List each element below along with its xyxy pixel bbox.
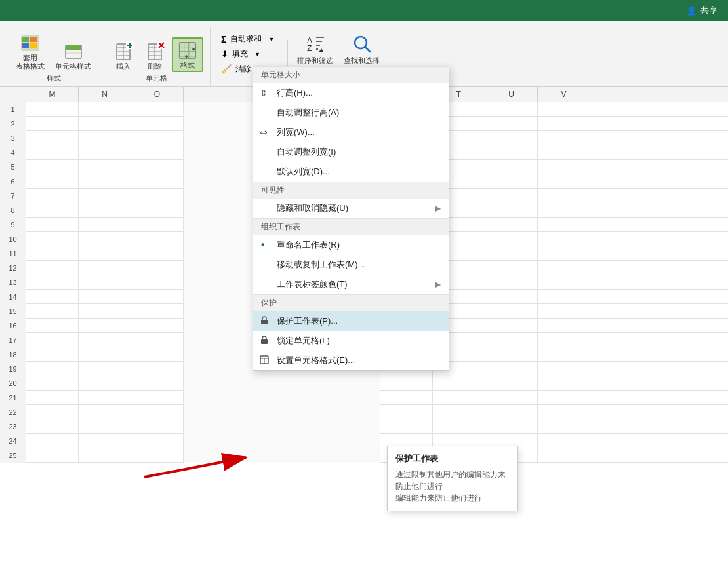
table-cell[interactable]	[485, 145, 538, 160]
table-cell[interactable]	[131, 174, 184, 189]
table-cell[interactable]	[26, 246, 79, 261]
table-cell[interactable]	[184, 391, 380, 405]
sort-button[interactable]: A Z 排序和筛选	[297, 32, 333, 66]
table-cell[interactable]	[79, 333, 131, 347]
table-cell[interactable]	[380, 405, 433, 419]
table-cell[interactable]	[26, 405, 79, 419]
table-cell[interactable]	[538, 203, 590, 218]
table-cell[interactable]	[485, 347, 538, 362]
table-cell[interactable]	[538, 362, 590, 376]
table-cell[interactable]	[184, 405, 380, 419]
table-cell[interactable]	[26, 376, 79, 391]
table-cell[interactable]	[538, 391, 590, 405]
table-cell[interactable]	[26, 131, 79, 145]
table-cell[interactable]	[26, 333, 79, 347]
table-cell[interactable]	[538, 160, 590, 174]
table-cell[interactable]	[131, 145, 184, 160]
menu-item-auto-row-height[interactable]: 自动调整行高(A)	[253, 103, 449, 123]
table-cell[interactable]	[79, 405, 131, 419]
table-cell[interactable]	[131, 189, 184, 203]
table-cell[interactable]	[79, 275, 131, 290]
menu-item-default-col-width[interactable]: 默认列宽(D)...	[253, 162, 449, 182]
table-cell[interactable]	[538, 102, 590, 117]
table-cell[interactable]	[26, 117, 79, 131]
menu-item-row-height[interactable]: ⇕ 行高(H)...	[253, 83, 449, 103]
table-cell[interactable]	[538, 376, 590, 391]
table-cell[interactable]	[485, 376, 538, 391]
table-cell[interactable]	[485, 405, 538, 419]
table-cell[interactable]	[131, 362, 184, 376]
table-cell[interactable]	[26, 419, 79, 434]
table-cell[interactable]	[131, 218, 184, 232]
table-cell[interactable]	[79, 232, 131, 246]
table-cell[interactable]	[485, 102, 538, 117]
table-cell[interactable]	[485, 160, 538, 174]
menu-item-tab-color[interactable]: 工作表标签颜色(T) ▶	[253, 275, 449, 294]
table-cell[interactable]	[131, 117, 184, 131]
table-cell[interactable]	[26, 290, 79, 304]
table-cell[interactable]	[380, 419, 433, 434]
autosum-button[interactable]: Σ 自动求和 ▼	[217, 32, 278, 46]
menu-item-hide-unhide[interactable]: 隐藏和取消隐藏(U) ▶	[253, 199, 449, 218]
table-cell[interactable]	[538, 405, 590, 419]
delete-button[interactable]: 删除	[140, 40, 169, 72]
table-cell[interactable]	[538, 419, 590, 434]
table-cell[interactable]	[26, 362, 79, 376]
table-cell[interactable]	[380, 376, 433, 391]
table-cell[interactable]	[79, 434, 131, 448]
table-cell[interactable]	[485, 290, 538, 304]
table-cell[interactable]	[485, 131, 538, 145]
table-cell[interactable]	[538, 304, 590, 319]
table-cell[interactable]	[131, 333, 184, 347]
table-cell[interactable]	[538, 290, 590, 304]
table-cell[interactable]	[79, 145, 131, 160]
table-cell[interactable]	[485, 174, 538, 189]
table-cell[interactable]	[79, 160, 131, 174]
table-cell[interactable]	[79, 419, 131, 434]
table-cell[interactable]	[79, 290, 131, 304]
table-cell[interactable]	[538, 275, 590, 290]
table-cell[interactable]	[79, 131, 131, 145]
table-cell[interactable]	[131, 246, 184, 261]
table-cell[interactable]	[131, 319, 184, 333]
cell-style-button[interactable]: 单元格样式	[51, 40, 95, 72]
table-cell[interactable]	[26, 218, 79, 232]
table-cell[interactable]	[79, 362, 131, 376]
table-cell[interactable]	[79, 319, 131, 333]
menu-item-rename-sheet[interactable]: • 重命名工作表(R)	[253, 235, 449, 255]
table-cell[interactable]	[131, 160, 184, 174]
table-cell[interactable]	[131, 405, 184, 419]
table-cell[interactable]	[79, 189, 131, 203]
table-cell[interactable]	[485, 189, 538, 203]
table-cell[interactable]	[538, 117, 590, 131]
table-cell[interactable]	[79, 304, 131, 319]
table-cell[interactable]	[538, 448, 590, 463]
table-cell[interactable]	[26, 261, 79, 275]
table-cell[interactable]	[184, 376, 380, 391]
table-cell[interactable]	[433, 405, 485, 419]
table-cell[interactable]	[485, 117, 538, 131]
menu-item-col-width[interactable]: ⇔ 列宽(W)...	[253, 123, 449, 142]
table-cell[interactable]	[79, 203, 131, 218]
table-cell[interactable]	[131, 275, 184, 290]
table-cell[interactable]	[131, 290, 184, 304]
menu-item-format-cell[interactable]: 设置单元格格式(E)...	[253, 351, 449, 370]
table-cell[interactable]	[26, 232, 79, 246]
table-cell[interactable]	[26, 304, 79, 319]
table-cell[interactable]	[538, 347, 590, 362]
table-cell[interactable]	[131, 376, 184, 391]
table-cell[interactable]	[131, 203, 184, 218]
table-cell[interactable]	[538, 189, 590, 203]
table-cell[interactable]	[79, 347, 131, 362]
table-cell[interactable]	[485, 362, 538, 376]
table-cell[interactable]	[485, 261, 538, 275]
table-cell[interactable]	[131, 304, 184, 319]
table-cell[interactable]	[485, 232, 538, 246]
table-cell[interactable]	[538, 333, 590, 347]
table-cell[interactable]	[485, 333, 538, 347]
table-cell[interactable]	[538, 261, 590, 275]
table-cell[interactable]	[26, 319, 79, 333]
table-cell[interactable]	[485, 246, 538, 261]
table-cell[interactable]	[538, 218, 590, 232]
table-cell[interactable]	[79, 376, 131, 391]
